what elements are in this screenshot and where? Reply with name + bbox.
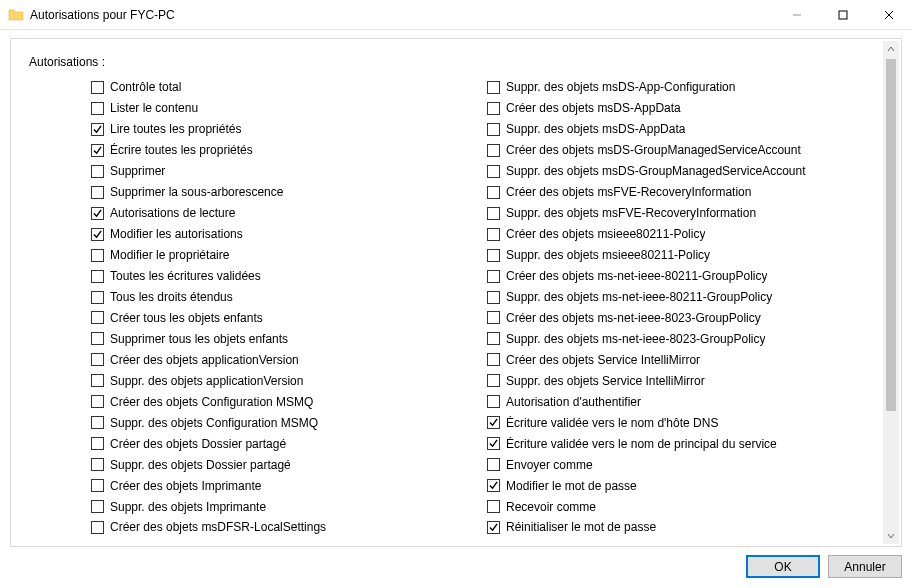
permission-label: Suppr. des objets ms-net-ieee-80211-Grou… (506, 290, 772, 304)
permission-row: Autorisations de lecture (91, 203, 487, 224)
permission-row: Écriture validée vers le nom de principa… (487, 433, 883, 454)
permission-checkbox[interactable] (487, 81, 500, 94)
permission-row: Créer des objets Imprimante (91, 475, 487, 496)
permission-checkbox[interactable] (91, 270, 104, 283)
permission-checkbox[interactable] (91, 311, 104, 324)
permission-label: Recevoir comme (506, 500, 596, 514)
permission-checkbox[interactable] (487, 521, 500, 534)
cancel-button[interactable]: Annuler (828, 555, 902, 578)
close-button[interactable] (866, 0, 912, 29)
permission-checkbox[interactable] (487, 291, 500, 304)
permission-row: Suppr. des objets Service IntelliMirror (487, 370, 883, 391)
permission-label: Lister le contenu (110, 101, 198, 115)
permission-label: Créer des objets msDFSR-LocalSettings (110, 520, 326, 534)
permission-label: Suppr. des objets msFVE-RecoveryInformat… (506, 206, 756, 220)
permission-checkbox[interactable] (91, 416, 104, 429)
permission-row: Modifier le propriétaire (91, 245, 487, 266)
permission-checkbox[interactable] (91, 353, 104, 366)
permission-label: Suppr. des objets Imprimante (110, 500, 266, 514)
permission-checkbox[interactable] (487, 186, 500, 199)
permission-checkbox[interactable] (91, 186, 104, 199)
permission-checkbox[interactable] (91, 228, 104, 241)
scroll-up-icon[interactable] (883, 41, 899, 57)
permission-checkbox[interactable] (487, 479, 500, 492)
permission-row: Créer des objets msDS-GroupManagedServic… (487, 140, 883, 161)
permission-checkbox[interactable] (91, 458, 104, 471)
permission-row: Créer des objets ms-net-ieee-80211-Group… (487, 266, 883, 287)
permission-checkbox[interactable] (91, 249, 104, 262)
permission-checkbox[interactable] (91, 291, 104, 304)
permission-checkbox[interactable] (91, 332, 104, 345)
permission-checkbox[interactable] (487, 500, 500, 513)
permission-checkbox[interactable] (487, 416, 500, 429)
folder-icon (8, 7, 24, 23)
permission-checkbox[interactable] (487, 458, 500, 471)
permission-checkbox[interactable] (487, 437, 500, 450)
permission-checkbox[interactable] (487, 207, 500, 220)
permission-label: Supprimer la sous-arborescence (110, 185, 283, 199)
content-frame: Autorisations : Contrôle totalLister le … (10, 38, 902, 547)
permission-row: Écriture validée vers le nom d'hôte DNS (487, 412, 883, 433)
permission-label: Écriture validée vers le nom de principa… (506, 437, 777, 451)
permission-checkbox[interactable] (91, 207, 104, 220)
permission-label: Suppr. des objets Dossier partagé (110, 458, 291, 472)
permission-row: Créer tous les objets enfants (91, 307, 487, 328)
window-controls (774, 0, 912, 29)
permission-label: Écrire toutes les propriétés (110, 143, 253, 157)
titlebar: Autorisations pour FYC-PC (0, 0, 912, 30)
permission-label: Suppr. des objets msieee80211-Policy (506, 248, 710, 262)
minimize-button[interactable] (774, 0, 820, 29)
scroll-down-icon[interactable] (883, 528, 899, 544)
permission-label: Suppr. des objets ms-net-ieee-8023-Group… (506, 332, 765, 346)
permission-checkbox[interactable] (487, 165, 500, 178)
permissions-list: Contrôle totalLister le contenuLire tout… (29, 77, 883, 538)
permission-label: Créer des objets msDS-AppData (506, 101, 681, 115)
permission-label: Envoyer comme (506, 458, 593, 472)
scroll-thumb[interactable] (886, 59, 896, 411)
permission-checkbox[interactable] (487, 144, 500, 157)
permission-checkbox[interactable] (487, 123, 500, 136)
permission-checkbox[interactable] (487, 332, 500, 345)
permission-label: Suppr. des objets applicationVersion (110, 374, 303, 388)
ok-button[interactable]: OK (746, 555, 820, 578)
permission-row: Suppr. des objets ms-net-ieee-80211-Grou… (487, 287, 883, 308)
permission-checkbox[interactable] (487, 270, 500, 283)
permission-checkbox[interactable] (487, 311, 500, 324)
permission-row: Suppr. des objets applicationVersion (91, 370, 487, 391)
permission-checkbox[interactable] (487, 353, 500, 366)
permission-checkbox[interactable] (487, 102, 500, 115)
permission-checkbox[interactable] (91, 521, 104, 534)
permissions-column-right: Suppr. des objets msDS-App-Configuration… (487, 77, 883, 538)
permission-label: Toutes les écritures validées (110, 269, 261, 283)
permission-checkbox[interactable] (487, 374, 500, 387)
permission-row: Créer des objets ms-net-ieee-8023-GroupP… (487, 307, 883, 328)
permission-row: Supprimer tous les objets enfants (91, 328, 487, 349)
permission-checkbox[interactable] (91, 437, 104, 450)
maximize-button[interactable] (820, 0, 866, 29)
scrollbar[interactable] (883, 41, 899, 544)
permission-checkbox[interactable] (91, 123, 104, 136)
permission-checkbox[interactable] (91, 374, 104, 387)
permission-row: Suppr. des objets Dossier partagé (91, 454, 487, 475)
permission-row: Créer des objets msFVE-RecoveryInformati… (487, 182, 883, 203)
permission-checkbox[interactable] (91, 395, 104, 408)
permission-checkbox[interactable] (91, 144, 104, 157)
permission-checkbox[interactable] (91, 500, 104, 513)
permission-label: Modifier le propriétaire (110, 248, 229, 262)
permission-checkbox[interactable] (487, 228, 500, 241)
permission-row: Supprimer (91, 161, 487, 182)
permission-checkbox[interactable] (91, 479, 104, 492)
permission-checkbox[interactable] (91, 81, 104, 94)
permission-label: Créer tous les objets enfants (110, 311, 263, 325)
permission-label: Créer des objets msieee80211-Policy (506, 227, 705, 241)
permission-checkbox[interactable] (91, 102, 104, 115)
permission-row: Toutes les écritures validées (91, 266, 487, 287)
permission-label: Tous les droits étendus (110, 290, 233, 304)
permissions-column-left: Contrôle totalLister le contenuLire tout… (91, 77, 487, 538)
section-label: Autorisations : (29, 55, 883, 69)
permission-checkbox[interactable] (487, 395, 500, 408)
permission-label: Créer des objets applicationVersion (110, 353, 299, 367)
permission-checkbox[interactable] (487, 249, 500, 262)
permission-checkbox[interactable] (91, 165, 104, 178)
permission-row: Réinitialiser le mot de passe (487, 517, 883, 538)
